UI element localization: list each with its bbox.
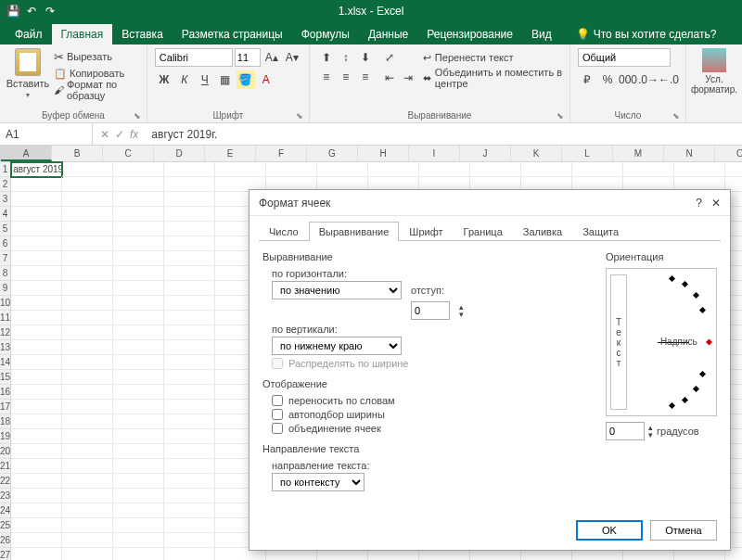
dlg-tab-fill[interactable]: Заливка xyxy=(513,222,572,241)
comma-icon[interactable]: 000 xyxy=(619,70,637,89)
tab-insert[interactable]: Вставка xyxy=(112,24,173,45)
col-header-J[interactable]: J xyxy=(460,146,511,161)
cell[interactable] xyxy=(62,207,113,222)
cell[interactable] xyxy=(113,400,164,414)
cell[interactable] xyxy=(164,222,215,236)
cancel-formula-icon[interactable]: ✕ xyxy=(100,128,109,141)
cell[interactable] xyxy=(11,311,62,325)
cell[interactable] xyxy=(164,503,215,518)
cell[interactable] xyxy=(164,340,215,355)
cell[interactable] xyxy=(113,429,164,444)
row-header-12[interactable]: 12 xyxy=(0,325,10,340)
cell[interactable] xyxy=(317,162,368,177)
align-middle-icon[interactable]: ↕ xyxy=(337,48,355,67)
enter-formula-icon[interactable]: ✓ xyxy=(115,128,124,141)
orientation-icon[interactable]: ⤢ xyxy=(380,48,399,67)
ok-button[interactable]: OK xyxy=(576,520,643,541)
cell[interactable] xyxy=(113,444,164,459)
cell[interactable] xyxy=(62,311,113,325)
orientation-dial[interactable]: Надпись xyxy=(634,274,710,410)
currency-icon[interactable]: ₽ xyxy=(578,70,596,89)
col-header-G[interactable]: G xyxy=(307,146,358,161)
row-header-10[interactable]: 10 xyxy=(0,296,10,311)
cell[interactable] xyxy=(11,533,62,548)
cell[interactable] xyxy=(164,177,215,192)
number-format-select[interactable] xyxy=(578,48,671,67)
row-header-25[interactable]: 25 xyxy=(0,518,10,533)
decrease-indent-icon[interactable]: ⇤ xyxy=(380,69,399,87)
increase-indent-icon[interactable]: ⇥ xyxy=(399,69,417,87)
cell[interactable] xyxy=(674,162,725,177)
cell[interactable] xyxy=(164,370,215,385)
cell[interactable] xyxy=(470,162,521,177)
increase-decimal-icon[interactable]: .0→ xyxy=(639,70,658,89)
shrink-fit-checkbox[interactable] xyxy=(272,409,283,420)
cell[interactable] xyxy=(113,548,164,560)
percent-icon[interactable]: % xyxy=(598,70,617,89)
cell[interactable] xyxy=(11,222,62,236)
dlg-tab-border[interactable]: Граница xyxy=(454,222,513,241)
dlg-tab-number[interactable]: Число xyxy=(259,222,309,241)
tab-home[interactable]: Главная xyxy=(52,24,113,45)
orientation-handle[interactable] xyxy=(706,338,712,345)
horiz-align-select[interactable]: по значению xyxy=(272,281,402,299)
cell[interactable] xyxy=(164,548,215,560)
close-icon[interactable]: ✕ xyxy=(711,197,721,210)
cell[interactable] xyxy=(62,251,113,266)
row-header-15[interactable]: 15 xyxy=(0,370,10,385)
border-button[interactable]: ▦ xyxy=(216,70,235,89)
cell[interactable] xyxy=(113,266,164,281)
cell[interactable] xyxy=(62,400,113,414)
row-header-23[interactable]: 23 xyxy=(0,489,10,503)
cell[interactable] xyxy=(164,236,215,251)
cell[interactable] xyxy=(62,429,113,444)
cut-button[interactable]: ✂Вырезать xyxy=(54,48,139,65)
cell[interactable] xyxy=(266,162,317,177)
col-header-F[interactable]: F xyxy=(256,146,307,161)
font-size-select[interactable] xyxy=(235,48,261,67)
decrease-font-icon[interactable]: A▾ xyxy=(283,48,301,67)
cell[interactable] xyxy=(113,355,164,370)
cell[interactable] xyxy=(113,251,164,266)
underline-button[interactable]: Ч xyxy=(196,70,214,89)
dialog-launcher-icon[interactable]: ⬊ xyxy=(556,111,564,121)
dlg-tab-protect[interactable]: Защита xyxy=(572,222,629,241)
cell[interactable] xyxy=(164,533,215,548)
cell[interactable] xyxy=(572,162,623,177)
increase-font-icon[interactable]: A▴ xyxy=(262,48,281,67)
conditional-format-button[interactable]: Усл. форматир. xyxy=(694,48,735,95)
row-header-7[interactable]: 7 xyxy=(0,251,10,266)
fill-color-button[interactable]: 🪣 xyxy=(237,70,255,89)
orientation-vertical-button[interactable]: Текст xyxy=(610,274,627,410)
cell[interactable] xyxy=(113,236,164,251)
cell[interactable] xyxy=(164,162,215,177)
cell[interactable] xyxy=(113,489,164,503)
cell[interactable] xyxy=(113,281,164,296)
cell[interactable] xyxy=(164,325,215,340)
merge-cells-checkbox[interactable] xyxy=(272,423,283,434)
row-header-20[interactable]: 20 xyxy=(0,444,10,459)
font-color-button[interactable]: A xyxy=(257,70,275,89)
cell[interactable] xyxy=(11,474,62,489)
undo-icon[interactable]: ↶ xyxy=(24,4,39,19)
cell[interactable] xyxy=(164,192,215,207)
cell[interactable] xyxy=(11,503,62,518)
cell[interactable] xyxy=(11,340,62,355)
cell[interactable] xyxy=(113,311,164,325)
row-header-17[interactable]: 17 xyxy=(0,400,10,414)
tab-layout[interactable]: Разметка страницы xyxy=(173,24,292,45)
cell[interactable] xyxy=(62,503,113,518)
col-header-M[interactable]: M xyxy=(613,146,664,161)
cell[interactable] xyxy=(164,489,215,503)
cell[interactable] xyxy=(11,489,62,503)
italic-button[interactable]: К xyxy=(175,70,194,89)
cell[interactable] xyxy=(164,281,215,296)
tab-view[interactable]: Вид xyxy=(522,24,561,45)
cell[interactable] xyxy=(62,325,113,340)
cell[interactable] xyxy=(11,281,62,296)
cell[interactable] xyxy=(113,370,164,385)
align-bottom-icon[interactable]: ⬇ xyxy=(356,48,375,67)
cell[interactable] xyxy=(11,429,62,444)
cell[interactable] xyxy=(113,192,164,207)
cell[interactable] xyxy=(113,296,164,311)
